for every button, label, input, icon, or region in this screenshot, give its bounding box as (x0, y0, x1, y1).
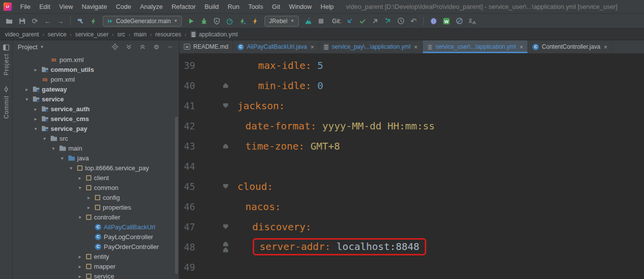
menu-analyze[interactable]: Analyze (136, 0, 167, 13)
chevron-collapsed-icon[interactable]: ▸ (31, 106, 40, 112)
do-not-disturb-icon[interactable] (453, 15, 466, 27)
editor-tab[interactable]: MREADME.md (179, 40, 233, 53)
fold-marker[interactable] (221, 224, 231, 229)
git-commit-button[interactable] (356, 15, 369, 27)
editor-line[interactable]: 44 (179, 156, 644, 176)
jrebel-select[interactable]: JRebel ▼ (264, 16, 298, 27)
chevron-collapsed-icon[interactable]: ▸ (85, 205, 93, 210)
synchronize-icon[interactable]: ⟳ (29, 15, 41, 27)
tree-item[interactable]: mpom.xml (13, 55, 179, 64)
chevron-expanded-icon[interactable]: ▾ (58, 155, 66, 161)
run-config-select[interactable]: CodeGenerator.main ▼ (103, 16, 182, 27)
tree-item[interactable]: mpom.xml (13, 74, 179, 84)
menu-refactor[interactable]: Refactor (167, 0, 200, 13)
chevron-expanded-icon[interactable]: ▾ (23, 96, 31, 102)
forward-icon[interactable]: → (54, 15, 67, 27)
chevron-collapsed-icon[interactable]: ▸ (76, 274, 84, 279)
chevron-expanded-icon[interactable]: ▾ (76, 215, 84, 220)
menu-navigate[interactable]: Navigate (77, 0, 111, 13)
tree-item[interactable]: ▾controller (13, 212, 179, 222)
locate-file-icon[interactable] (111, 43, 119, 51)
close-tab-icon[interactable]: × (310, 43, 314, 51)
editor-line[interactable]: 48server-addr: localhost:8848 (179, 237, 644, 257)
tree-item[interactable]: ▾service (13, 94, 179, 104)
tree-item[interactable]: ▸properties (13, 202, 179, 212)
git-update-button[interactable] (343, 15, 356, 27)
menu-code[interactable]: Code (112, 0, 136, 13)
history-button[interactable] (394, 15, 407, 27)
jrebel-debug-icon[interactable] (249, 15, 262, 27)
project-panel-title[interactable]: Project (18, 43, 37, 51)
menu-tools[interactable]: Tools (244, 0, 267, 13)
bolt-icon[interactable] (87, 15, 100, 27)
settings-gear-icon[interactable]: ⚙ (152, 43, 160, 51)
close-tab-icon[interactable]: × (604, 43, 608, 51)
chevron-down-icon[interactable]: ▼ (40, 45, 44, 49)
save-all-icon[interactable] (16, 15, 29, 27)
tree-item[interactable]: ▾main (13, 143, 179, 153)
chevron-expanded-icon[interactable]: ▾ (49, 146, 58, 151)
fold-marker[interactable] (221, 184, 231, 189)
back-icon[interactable]: ← (41, 15, 54, 27)
stripe-commit-button[interactable]: Commit (3, 86, 10, 119)
tree-item[interactable]: ▸gateway (13, 84, 179, 94)
debug-button[interactable] (198, 15, 210, 27)
menu-help[interactable]: Help (316, 0, 338, 13)
editor-line[interactable]: 43time-zone: GMT+8 (179, 136, 644, 156)
tree-item[interactable]: ▸client (13, 173, 179, 183)
menu-build[interactable]: Build (200, 0, 223, 13)
breadcrumb-item[interactable]: resources (155, 31, 181, 38)
git-push-button[interactable] (369, 15, 381, 27)
editor-tab[interactable]: service_pay\...\application.yml× (319, 40, 423, 53)
editor-line[interactable]: 45cloud: (179, 176, 644, 196)
w-plugin-icon[interactable]: W (440, 15, 453, 27)
menu-window[interactable]: Window (285, 0, 316, 13)
chevron-expanded-icon[interactable]: ▾ (31, 126, 40, 131)
rollback-button[interactable]: ↶ (407, 15, 420, 27)
tree-item[interactable]: CPayOrderController (13, 242, 179, 251)
stripe-project-button[interactable]: Project (3, 44, 10, 75)
expand-all-icon[interactable] (125, 43, 133, 51)
globe-icon[interactable] (427, 15, 440, 27)
chevron-collapsed-icon[interactable]: ▸ (31, 116, 40, 122)
tree-item[interactable]: ▸config (13, 192, 179, 202)
chevron-collapsed-icon[interactable]: ▸ (76, 175, 84, 181)
profiler-button[interactable] (223, 15, 236, 27)
tree-item[interactable]: ▸service (13, 271, 179, 279)
editor-line[interactable]: 39max-idle: 5 (179, 55, 644, 75)
tree-item[interactable]: ▸service_auth (13, 104, 179, 114)
chevron-collapsed-icon[interactable]: ▸ (85, 195, 93, 200)
menu-edit[interactable]: Edit (35, 0, 55, 13)
breadcrumb-item[interactable]: service (48, 31, 66, 38)
hide-panel-icon[interactable]: ─ (166, 43, 174, 51)
open-folder-icon[interactable] (3, 15, 16, 27)
chevron-expanded-icon[interactable]: ▾ (40, 136, 49, 141)
close-tab-icon[interactable]: × (414, 43, 418, 51)
tree-item[interactable]: ▸common_utils (13, 64, 179, 74)
close-tab-icon[interactable]: × (520, 43, 524, 51)
tree-item[interactable]: ▸service_cms (13, 114, 179, 124)
project-scrollbar[interactable] (175, 117, 178, 274)
coverage-button[interactable] (210, 15, 223, 27)
tree-item[interactable]: CPayLogController (13, 232, 179, 242)
fold-marker[interactable] (221, 83, 231, 88)
mountain-icon[interactable] (302, 15, 315, 27)
menu-file[interactable]: File (16, 0, 35, 13)
chevron-collapsed-icon[interactable]: ▸ (23, 87, 31, 92)
fold-marker[interactable] (221, 242, 231, 252)
fold-marker[interactable] (221, 103, 231, 108)
breadcrumb-item[interactable]: service_user (75, 31, 109, 38)
editor-line[interactable]: 49 (179, 257, 644, 277)
breadcrumb-item[interactable]: main (134, 31, 146, 38)
chevron-expanded-icon[interactable]: ▾ (76, 185, 84, 190)
editor-line[interactable]: 46nacos: (179, 196, 644, 217)
translate-icon[interactable]: A (466, 15, 478, 27)
tree-item[interactable]: ▾src (13, 133, 179, 143)
editor-line[interactable]: 40min-idle: 0 (179, 75, 644, 95)
editor-tab[interactable]: CAliPayCallBackUrl.java× (233, 40, 319, 53)
tree-item[interactable]: ▸entity (13, 251, 179, 261)
chevron-collapsed-icon[interactable]: ▸ (76, 264, 84, 269)
editor-tab[interactable]: CContentController.java× (528, 40, 612, 53)
menu-run[interactable]: Run (223, 0, 244, 13)
menu-view[interactable]: View (55, 0, 77, 13)
